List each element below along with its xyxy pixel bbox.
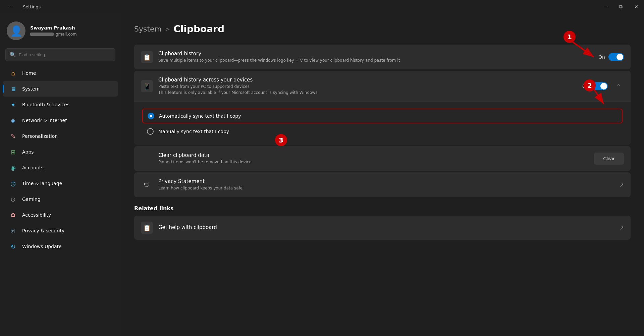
user-email-row: gmail.com [30, 32, 77, 37]
clear-data-text: Clear clipboard data Pinned items won't … [141, 152, 589, 165]
nav-icon-apps: ⊞ [9, 148, 17, 156]
back-icon: ← [9, 4, 14, 9]
nav-label-privacy: Privacy & security [22, 228, 64, 233]
clear-data-card: Clear clipboard data Pinned items won't … [134, 146, 631, 171]
clear-button[interactable]: Clear [594, 153, 624, 165]
clear-data-title: Clear clipboard data [158, 152, 589, 158]
nav-icon-privacy: ⛨ [9, 227, 17, 234]
nav-icon-accounts: ◉ [9, 164, 17, 171]
avatar-icon: 👤 [10, 25, 22, 37]
sidebar-item-system[interactable]: 🖥 System [3, 81, 118, 97]
app-body: 👤 Swayam Prakash gmail.com 🔍 ⌂ Home 🖥 Sy… [0, 13, 644, 336]
auto-sync-option[interactable]: Automatically sync text that I copy [142, 109, 623, 123]
get-help-ext-link-icon: ↗ [620, 225, 624, 231]
breadcrumb-parent[interactable]: System [134, 25, 162, 33]
sidebar-item-bluetooth[interactable]: ✦ Bluetooth & devices [3, 97, 118, 112]
clear-data-desc: Pinned items won't be removed on this de… [158, 159, 589, 165]
nav-icon-system: 🖥 [9, 85, 17, 93]
get-help-icon: 📋 [141, 222, 153, 234]
clipboard-devices-chevron[interactable]: ⌃ [613, 81, 624, 92]
clipboard-devices-icon: 📱 [141, 80, 153, 92]
nav-icon-update: ↻ [9, 243, 17, 250]
clipboard-devices-title: Clipboard history across your devices [158, 77, 577, 83]
sidebar-item-update[interactable]: ↻ Windows Update [3, 239, 118, 254]
clear-data-row: Clear clipboard data Pinned items won't … [134, 146, 631, 171]
clipboard-devices-desc1: Paste text from your PC to supported dev… [158, 83, 577, 90]
nav-icon-time: ◷ [9, 180, 17, 187]
nav-icon-gaming: ⊙ [9, 195, 17, 203]
nav-label-system: System [22, 86, 40, 92]
avatar: 👤 [7, 21, 25, 40]
clipboard-history-row: 📋 Clipboard history Save multiple items … [134, 45, 631, 69]
privacy-title: Privacy Statement [158, 178, 614, 184]
breadcrumb-current: Clipboard [173, 23, 224, 35]
window-controls: ─ ⧉ ✕ [598, 0, 644, 13]
privacy-card: 🛡 Privacy Statement Learn how clipboard … [134, 172, 631, 197]
sidebar-item-personalization[interactable]: ✎ Personalization [3, 128, 118, 144]
privacy-ext-link-icon: ↗ [620, 182, 624, 188]
content-area: System > Clipboard 📋 Clipboard history S… [121, 13, 644, 336]
clipboard-devices-expanded: Automatically sync text that I copy Manu… [134, 102, 631, 145]
app-title: Settings [23, 4, 41, 9]
nav-label-time: Time & language [22, 181, 62, 186]
breadcrumb: System > Clipboard [134, 23, 631, 35]
clipboard-devices-toggle[interactable] [592, 82, 608, 90]
back-button[interactable]: ← [4, 0, 19, 13]
user-info: Swayam Prakash gmail.com [30, 25, 77, 37]
sidebar-item-accessibility[interactable]: ✿ Accessibility [3, 207, 118, 223]
sidebar: 👤 Swayam Prakash gmail.com 🔍 ⌂ Home 🖥 Sy… [0, 13, 121, 336]
maximize-button[interactable]: ⧉ [613, 0, 629, 13]
clipboard-history-icon: 📋 [141, 51, 153, 63]
related-links-title: Related links [134, 205, 631, 212]
nav-label-network: Network & internet [22, 118, 67, 123]
sidebar-item-time[interactable]: ◷ Time & language [3, 176, 118, 191]
minimize-button[interactable]: ─ [598, 0, 613, 13]
clipboard-history-toggle-label: On [598, 54, 605, 60]
nav-label-apps: Apps [22, 149, 34, 155]
get-help-row[interactable]: 📋 Get help with clipboard ↗ [134, 216, 631, 240]
privacy-desc: Learn how clipboard keeps your data safe [158, 185, 614, 191]
get-help-title: Get help with clipboard [158, 224, 614, 230]
clipboard-devices-desc2: This feature is only available if your M… [158, 90, 577, 96]
privacy-text: Privacy Statement Learn how clipboard ke… [158, 178, 614, 191]
sidebar-item-gaming[interactable]: ⊙ Gaming [3, 191, 118, 207]
search-input[interactable] [19, 52, 111, 57]
clipboard-devices-toggle-label: On [582, 83, 589, 89]
clipboard-history-toggle-wrap: On [598, 53, 624, 61]
close-icon: ✕ [634, 4, 638, 9]
manual-sync-label: Manually sync text that I copy [158, 129, 229, 134]
nav-label-gaming: Gaming [22, 197, 41, 202]
clipboard-history-toggle[interactable] [608, 53, 624, 61]
close-button[interactable]: ✕ [629, 0, 644, 13]
nav-label-accessibility: Accessibility [22, 212, 51, 218]
related-links-card: 📋 Get help with clipboard ↗ [134, 216, 631, 240]
clipboard-history-text: Clipboard history Save multiple items to… [158, 51, 593, 63]
user-email: gmail.com [56, 32, 77, 37]
clipboard-devices-toggle-wrap: On [582, 82, 608, 90]
sidebar-item-accounts[interactable]: ◉ Accounts [3, 160, 118, 175]
sidebar-item-home[interactable]: ⌂ Home [3, 65, 118, 81]
toggle-knob-1 [616, 54, 623, 60]
clipboard-devices-card: 📱 Clipboard history across your devices … [134, 71, 631, 145]
get-help-text: Get help with clipboard [158, 224, 614, 231]
titlebar-left: ← Settings [4, 0, 41, 13]
minimize-icon: ─ [604, 4, 607, 9]
clipboard-history-desc: Save multiple items to your clipboard—pr… [158, 57, 593, 63]
clipboard-devices-row: 📱 Clipboard history across your devices … [134, 71, 631, 102]
privacy-row: 🛡 Privacy Statement Learn how clipboard … [134, 172, 631, 197]
nav-label-update: Windows Update [22, 244, 62, 249]
privacy-icon: 🛡 [141, 179, 153, 191]
auto-sync-radio [148, 113, 154, 119]
toggle-knob-2 [600, 83, 607, 90]
clipboard-devices-text: Clipboard history across your devices Pa… [158, 77, 577, 96]
nav-icon-personalization: ✎ [9, 132, 17, 140]
nav-label-bluetooth: Bluetooth & devices [22, 102, 69, 107]
sidebar-item-network[interactable]: ◈ Network & internet [3, 113, 118, 128]
manual-sync-option[interactable]: Manually sync text that I copy [142, 125, 623, 138]
search-box[interactable]: 🔍 [5, 48, 115, 61]
breadcrumb-chevron: > [165, 25, 170, 33]
nav-list: ⌂ Home 🖥 System ✦ Bluetooth & devices ◈ … [0, 65, 121, 255]
sidebar-item-privacy[interactable]: ⛨ Privacy & security [3, 223, 118, 238]
nav-icon-bluetooth: ✦ [9, 101, 17, 108]
sidebar-item-apps[interactable]: ⊞ Apps [3, 144, 118, 160]
